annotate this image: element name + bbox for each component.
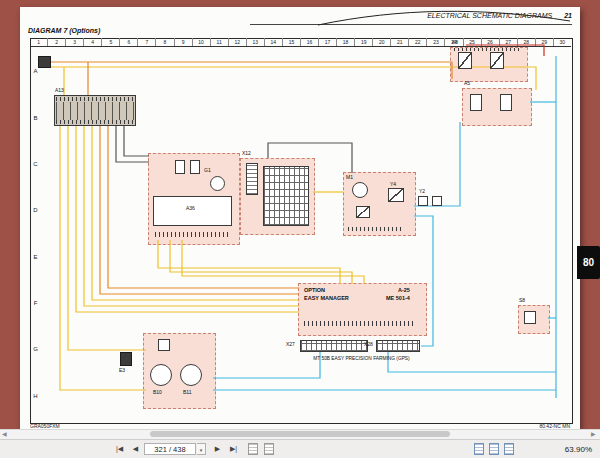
ruler-number: 5 bbox=[101, 38, 119, 46]
motor-m1 bbox=[352, 182, 368, 198]
ruler-number: 20 bbox=[372, 38, 390, 46]
horn-b11 bbox=[180, 364, 202, 386]
ruler-number: 15 bbox=[282, 38, 300, 46]
ruler-number: 26 bbox=[481, 38, 499, 46]
module-a36-pins bbox=[155, 232, 231, 237]
relay-k8a bbox=[458, 52, 472, 69]
easy-manager-code2: ME 501-4 bbox=[386, 296, 410, 302]
ruler-number: 28 bbox=[517, 38, 535, 46]
component-e3 bbox=[120, 352, 132, 366]
bottom-toolbar: |◀ ◀ ▾ ▶ ▶| 63.90% bbox=[0, 439, 600, 458]
module-a5-comp-2 bbox=[500, 94, 512, 111]
valve-y2b bbox=[432, 196, 442, 206]
header-title: ELECTRICAL SCHEMATIC DIAGRAMS bbox=[427, 12, 552, 19]
ruler-number: 23 bbox=[426, 38, 444, 46]
component-g1-circle bbox=[210, 176, 225, 191]
last-page-button[interactable]: ▶| bbox=[226, 442, 241, 456]
row-letter: E bbox=[33, 254, 37, 260]
next-page-button[interactable]: ▶ bbox=[210, 442, 225, 456]
row-letter: F bbox=[34, 300, 38, 306]
ruler-number: 2 bbox=[47, 38, 65, 46]
header-rule bbox=[250, 24, 572, 25]
component-junction bbox=[38, 56, 51, 68]
actuator-pins bbox=[348, 227, 404, 231]
component-fuse-strip bbox=[246, 163, 258, 195]
ruler-number: 27 bbox=[499, 38, 517, 46]
snapshot-tool-icon[interactable] bbox=[248, 443, 258, 455]
scroll-right-icon[interactable]: ▶ bbox=[591, 430, 596, 438]
ruler-number: 1 bbox=[30, 38, 47, 46]
row-letter: A bbox=[33, 68, 37, 74]
scrollbar-thumb[interactable] bbox=[150, 431, 450, 437]
ruler-number: 22 bbox=[408, 38, 426, 46]
component-valve bbox=[356, 206, 370, 218]
component-horn-relay bbox=[158, 339, 170, 351]
first-page-button[interactable]: |◀ bbox=[112, 442, 127, 456]
easy-manager-pins bbox=[304, 321, 416, 326]
horn-b10 bbox=[150, 364, 172, 386]
easy-manager-code1: A-25 bbox=[398, 288, 410, 294]
module-a36 bbox=[153, 196, 232, 226]
ruler-number: 3 bbox=[65, 38, 83, 46]
ruler-number: 21 bbox=[390, 38, 408, 46]
component-fuse-1 bbox=[175, 160, 185, 174]
switch-s8 bbox=[524, 311, 536, 324]
row-letter: C bbox=[33, 161, 37, 167]
ruler-number: 14 bbox=[264, 38, 282, 46]
ruler-number: 11 bbox=[210, 38, 228, 46]
row-letter: D bbox=[33, 207, 37, 213]
previous-page-button[interactable]: ◀ bbox=[128, 442, 143, 456]
ruler-number: 29 bbox=[535, 38, 553, 46]
easy-manager-option-label: OPTION bbox=[304, 288, 325, 294]
page-header-right: ELECTRICAL SCHEMATIC DIAGRAMS21 bbox=[250, 12, 572, 19]
ruler-number: 16 bbox=[300, 38, 318, 46]
valve-y2a bbox=[418, 196, 428, 206]
page-title: DIAGRAM 7 (Options) bbox=[28, 27, 100, 34]
page-number-input[interactable] bbox=[144, 443, 196, 455]
ruler-number: 13 bbox=[246, 38, 264, 46]
ruler-number: 30 bbox=[553, 38, 571, 46]
page-dropdown-button[interactable]: ▾ bbox=[197, 443, 206, 455]
facing-view-icon[interactable] bbox=[504, 443, 514, 455]
connector-x28 bbox=[376, 340, 420, 352]
ruler-number: 7 bbox=[137, 38, 155, 46]
connector-grid-x12 bbox=[263, 166, 309, 226]
terminal-pins-bottom bbox=[56, 120, 134, 124]
relay-box-pins bbox=[454, 48, 522, 51]
ruler-number: 17 bbox=[318, 38, 336, 46]
terminal-cells bbox=[56, 102, 134, 120]
ruler-number: 8 bbox=[155, 38, 173, 46]
pdf-viewer-window: { "page": { "header_left": "DIAGRAM 7 (O… bbox=[0, 0, 600, 458]
clipboard-tool-icon[interactable] bbox=[264, 443, 274, 455]
ruler-number: 24 bbox=[444, 38, 462, 46]
ruler-number: 19 bbox=[354, 38, 372, 46]
ruler-number: 12 bbox=[228, 38, 246, 46]
component-fuse-2 bbox=[190, 160, 200, 174]
scroll-left-icon[interactable]: ◀ bbox=[2, 430, 7, 438]
row-letter: B bbox=[33, 115, 37, 121]
row-letters: ABCDEFGH bbox=[31, 48, 40, 419]
continuous-view-icon[interactable] bbox=[489, 443, 499, 455]
ruler-row: 1234567891011121314151617181920212223242… bbox=[30, 38, 571, 47]
easy-manager-name: EASY MANAGER bbox=[304, 296, 349, 302]
ruler-number: 25 bbox=[463, 38, 481, 46]
row-letter: G bbox=[33, 346, 38, 352]
row-letter: H bbox=[33, 393, 37, 399]
easy-manager-caption: MT 50B EASY PRECISION FARMING (GPS) bbox=[298, 356, 425, 361]
ruler-number: 18 bbox=[336, 38, 354, 46]
zoom-level[interactable]: 63.90% bbox=[536, 445, 592, 454]
section-tab-80: 80 bbox=[577, 246, 600, 279]
terminal-pins-top bbox=[56, 97, 134, 101]
ruler-number: 4 bbox=[83, 38, 101, 46]
connector-x27 bbox=[300, 340, 368, 352]
relay-y4 bbox=[388, 188, 404, 202]
header-page-number: 21 bbox=[564, 12, 572, 19]
ruler-number: 9 bbox=[174, 38, 192, 46]
ruler-number: 10 bbox=[192, 38, 210, 46]
module-a5-comp-1 bbox=[470, 94, 482, 111]
relay-k8b bbox=[490, 52, 504, 69]
single-page-view-icon[interactable] bbox=[474, 443, 484, 455]
ruler-number: 6 bbox=[119, 38, 137, 46]
